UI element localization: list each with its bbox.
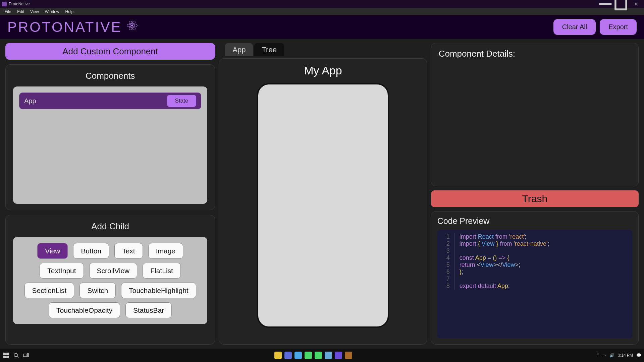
taskbar-app[interactable] <box>325 352 332 359</box>
component-item-app[interactable]: App State <box>19 93 201 109</box>
component-details-panel: Component Details: <box>431 43 639 186</box>
tray-volume-icon[interactable]: 🔊 <box>609 353 614 358</box>
chip-view[interactable]: View <box>37 243 68 259</box>
chip-text[interactable]: Text <box>114 243 143 259</box>
add-child-title: Add Child <box>13 221 207 232</box>
svg-rect-10 <box>3 356 6 358</box>
menu-help[interactable]: Help <box>63 9 76 15</box>
maximize-button[interactable] <box>613 0 629 8</box>
svg-rect-9 <box>6 353 9 355</box>
chip-image[interactable]: Image <box>148 243 183 259</box>
brandbar: PROTONATIVE Clear All Export <box>0 15 644 39</box>
menu-window[interactable]: Window <box>42 9 62 15</box>
workspace: Add Custom Component Components App Stat… <box>0 39 644 349</box>
components-panel: Components App State <box>5 64 215 210</box>
chip-touchablehighlight[interactable]: TouchableHighlight <box>121 283 196 298</box>
state-button[interactable]: State <box>167 95 197 107</box>
atom-icon <box>126 19 139 35</box>
tray-chevron-icon[interactable]: ˄ <box>597 353 599 358</box>
taskbar-app[interactable] <box>274 352 282 359</box>
svg-rect-14 <box>23 354 27 357</box>
export-button[interactable]: Export <box>600 19 637 35</box>
child-chips: View Button Text Image TextInput ScrollV… <box>13 237 207 324</box>
menu-edit[interactable]: Edit <box>14 9 27 15</box>
tab-app[interactable]: App <box>225 43 253 56</box>
titlebar: ProtoNative <box>0 0 644 8</box>
close-button[interactable] <box>629 0 644 8</box>
brand-logo: PROTONATIVE <box>7 19 139 35</box>
tray-clock[interactable]: 3:14 PM <box>618 353 633 358</box>
chip-switch[interactable]: Switch <box>79 283 116 298</box>
taskbar-app[interactable] <box>305 352 312 359</box>
start-button[interactable] <box>3 352 9 359</box>
search-icon[interactable] <box>13 352 19 359</box>
task-view-icon[interactable] <box>23 352 30 359</box>
svg-rect-8 <box>3 353 6 355</box>
svg-line-13 <box>17 356 18 358</box>
trash-dropzone[interactable]: Trash <box>431 190 639 207</box>
svg-rect-1 <box>615 0 626 9</box>
component-details-title: Component Details: <box>439 49 631 59</box>
tray-notifications-icon[interactable]: 💬 <box>636 353 641 358</box>
clear-all-button[interactable]: Clear All <box>553 19 596 35</box>
canvas-tabs: App Tree <box>219 43 427 56</box>
canvas-panel: My App <box>219 58 427 345</box>
code-preview-panel: Code Preview 1import React from 'react';… <box>431 211 639 345</box>
canvas-title: My App <box>304 64 342 77</box>
tray-network-icon[interactable]: ▭ <box>602 353 606 358</box>
svg-rect-16 <box>28 355 29 357</box>
svg-rect-15 <box>28 353 29 355</box>
taskbar-apps <box>30 352 597 359</box>
code-preview-title: Code Preview <box>437 216 632 226</box>
taskbar-app[interactable] <box>284 352 292 359</box>
menu-file[interactable]: File <box>2 9 14 15</box>
app-icon <box>2 2 7 6</box>
svg-point-12 <box>14 353 17 357</box>
svg-point-4 <box>131 24 133 26</box>
tab-tree[interactable]: Tree <box>254 43 284 56</box>
phone-preview[interactable] <box>257 83 389 328</box>
chip-scrollview[interactable]: ScrollView <box>89 263 138 279</box>
chip-button[interactable]: Button <box>73 243 109 259</box>
taskbar-app[interactable] <box>294 352 302 359</box>
component-item-label: App <box>24 97 36 105</box>
taskbar-app[interactable] <box>345 352 352 359</box>
window-title: ProtoNative <box>9 2 598 6</box>
minimize-button[interactable] <box>598 0 613 8</box>
chip-flatlist[interactable]: FlatList <box>143 263 181 279</box>
components-title: Components <box>13 71 207 81</box>
taskbar-app[interactable] <box>315 352 322 359</box>
brand-name: PROTONATIVE <box>7 19 122 35</box>
taskbar: ˄ ▭ 🔊 3:14 PM 💬 <box>0 349 644 362</box>
chip-textinput[interactable]: TextInput <box>40 263 84 279</box>
menu-view[interactable]: View <box>28 9 42 15</box>
menubar: File Edit View Window Help <box>0 8 644 15</box>
components-list: App State <box>13 86 207 204</box>
add-custom-component-button[interactable]: Add Custom Component <box>5 43 215 60</box>
chip-sectionlist[interactable]: SectionList <box>24 283 74 298</box>
chip-touchableopacity[interactable]: TouchableOpacity <box>49 302 120 318</box>
chip-statusbar[interactable]: StatusBar <box>125 302 172 318</box>
add-child-panel: Add Child View Button Text Image TextInp… <box>5 215 215 345</box>
taskbar-app[interactable] <box>335 352 342 359</box>
svg-rect-11 <box>6 356 9 358</box>
code-editor: 1import React from 'react';2import { Vie… <box>437 230 632 338</box>
